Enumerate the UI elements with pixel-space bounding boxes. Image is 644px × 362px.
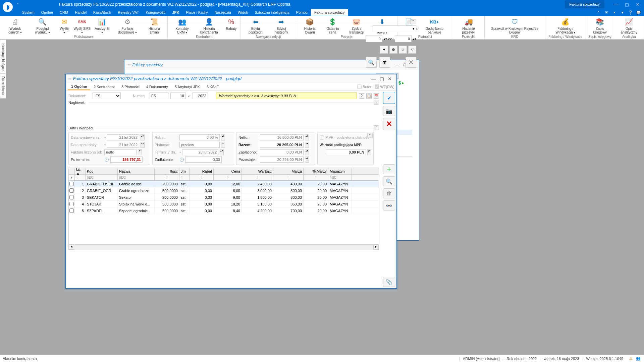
tab-ogolne[interactable]: 1 Ogólne (68, 83, 90, 90)
ribbon-sprawdz-krd[interactable]: 🛡Sprawdź w Krajowym Rejestrze Długów (487, 17, 543, 35)
close-button[interactable]: ✕ (633, 1, 643, 8)
back-input-from[interactable] (366, 36, 382, 42)
chat-icon[interactable]: 💬 (636, 10, 641, 15)
filter-2-button[interactable]: ⚙ (389, 46, 397, 54)
faktura-liczona[interactable]: netto (104, 149, 137, 155)
collapse-ribbon-icon[interactable]: ^ (596, 10, 601, 15)
menu-jpk[interactable]: JPK (169, 9, 182, 16)
status-icon-1[interactable]: ⚠ (628, 356, 634, 362)
ribbon-wyslij-sms[interactable]: SMSWyślij SMS ▾ (72, 17, 93, 35)
daty-collapse[interactable]: ⌃ (374, 125, 379, 130)
save-button[interactable]: ✔ (383, 92, 395, 104)
status-icon-2[interactable]: 👥 (635, 356, 641, 362)
tab-platnosci[interactable]: 3 Płatności (118, 84, 143, 90)
ribbon-nadanie[interactable]: 🚚Nadanie przesyłki (455, 17, 482, 35)
back-search-button[interactable]: 🔍 (366, 57, 377, 68)
col-rabat[interactable]: Rabat (190, 168, 214, 174)
col-nazwa[interactable]: Nazwa (118, 168, 155, 174)
data-wystawienia[interactable]: 21 lut 2022 (107, 134, 139, 140)
calendar-icon[interactable]: 📅 (374, 93, 379, 99)
menu-faktura[interactable]: Faktura sprzedaży (311, 9, 348, 16)
note-icon[interactable]: ▪ (612, 10, 617, 15)
numer-seria[interactable] (150, 93, 168, 99)
ribbon-podglad[interactable]: 🔍Podgląd wydruku ▾ (28, 17, 57, 35)
tab-kontrahent[interactable]: 2 Kontrahent (90, 84, 118, 90)
menu-place[interactable]: Płace i Kadry (183, 9, 211, 16)
table-row[interactable]: 3SEKATORSekator200,0000szt0,009,001 800,… (69, 194, 379, 201)
row-check[interactable] (69, 188, 74, 193)
back-input-to[interactable] (395, 36, 412, 42)
table-row[interactable]: 4STOJAKStojak na worki o...500,0000szt0,… (69, 201, 379, 207)
front-maximize-button[interactable]: ▢ (378, 76, 386, 81)
tab-atrybuty[interactable]: 5 Atrybuty/ JPK (171, 84, 203, 90)
termin[interactable]: 28 lut 2022 (182, 149, 218, 155)
faktoring-icon[interactable]: 💲▸ (397, 81, 404, 85)
col-ilosc[interactable]: Ilość (155, 168, 179, 174)
row-check[interactable] (69, 182, 74, 186)
tab-dokumenty[interactable]: 4 Dokumenty (143, 84, 171, 90)
wzrw-checkbox[interactable]: WZ(RW) (375, 84, 394, 89)
menu-system[interactable]: System (19, 9, 38, 16)
help-icon[interactable]: ❔ (628, 10, 633, 15)
numer-rok[interactable] (193, 93, 208, 99)
bufor-checkbox[interactable]: Bufor (357, 84, 371, 89)
filter-4-button[interactable]: ▽ (408, 46, 416, 54)
table-row[interactable]: 1GRABIE_LIŚCIEGrabie do liści200,0000szt… (69, 181, 379, 187)
menu-handel[interactable]: Handel (71, 9, 90, 16)
help-icon[interactable]: ? (359, 93, 364, 99)
scroll-left[interactable]: ◄ (69, 245, 74, 250)
back-cancel-button[interactable]: ✕ (406, 57, 416, 68)
col-magazyn[interactable]: Magazyn (328, 168, 352, 174)
filter-1-button[interactable]: ▼ (380, 46, 388, 54)
rabat[interactable]: 0,00 % (179, 134, 220, 140)
menu-ogolne[interactable]: Ogólne (38, 9, 56, 16)
ribbon-wydruk[interactable]: 🖨Wydruk danych ▾ (2, 17, 28, 35)
ribbon-wyslij[interactable]: ✉Wyślij ▾ (57, 17, 72, 35)
copy-icon[interactable]: 📋 (366, 93, 372, 99)
back-collapse-button[interactable]: ⌃ (410, 19, 416, 24)
menu-narzedzia[interactable]: Narzędzia (211, 9, 234, 16)
menu-kasa[interactable]: Kasa/Bank (90, 9, 114, 16)
context-tab-faktura[interactable]: Faktura sprzedaży (565, 0, 604, 8)
filter-3-button[interactable]: ▽ (399, 46, 407, 54)
menu-sztuczna[interactable]: Sztuczna inteligencja (251, 9, 292, 16)
menu-crm[interactable]: CRM (56, 9, 71, 16)
table-row[interactable]: 5SZPADELSzpadel ogrodnic...500,0000szt0,… (69, 207, 379, 214)
mpp-checkbox[interactable] (320, 135, 324, 140)
delete-row-button[interactable]: 🗑 (383, 188, 395, 198)
back-combo[interactable]: ▾ (373, 25, 416, 32)
maximize-button[interactable]: ▢ (622, 1, 632, 8)
mail-icon[interactable]: ✉ (604, 10, 609, 15)
ribbon-dodaj-konto[interactable]: KB+Dodaj konto bankowe (418, 17, 450, 35)
ribbon-zapis[interactable]: 📚Zapis księgowy (588, 17, 612, 35)
side-tab-informacje[interactable]: Informacje bieżące (0, 40, 6, 74)
col-jm[interactable]: Jm (179, 168, 190, 174)
menu-ksiegowosc[interactable]: Księgowość (142, 9, 169, 16)
menu-widok[interactable]: Widok (234, 9, 252, 16)
table-row[interactable]: 2GRABIE_OGRGrabie ogrodnicze500,0000szt0… (69, 187, 379, 194)
scroll-right[interactable]: ► (373, 245, 379, 250)
data-sprzedazy[interactable]: 21 lut 2022 (107, 142, 139, 148)
ribbon-analizy[interactable]: 📊Analizy BI ▾ (93, 17, 112, 35)
quick-access-dropdown[interactable]: ⁼ (17, 2, 19, 7)
cancel-button[interactable]: ✕ (383, 118, 395, 130)
tab-ksef[interactable]: 6 KSeF (203, 84, 222, 90)
numer-nr[interactable] (170, 93, 186, 99)
col-pmarzy[interactable]: % Marży (304, 168, 328, 174)
mpp-collapse[interactable]: ⌃ (367, 133, 373, 138)
back-delete-button[interactable]: 🗑 (379, 57, 390, 68)
col-lp[interactable]: Lp. ▲ (75, 168, 86, 174)
scanner-button[interactable]: 📷 (383, 106, 395, 116)
front-minimize-button[interactable]: — (370, 76, 378, 81)
col-cena[interactable]: Cena (214, 168, 242, 174)
col-kod[interactable]: Kod (86, 168, 118, 174)
col-wartosc[interactable]: Wartość (242, 168, 273, 174)
menu-rejestry[interactable]: Rejestry VAT (114, 9, 142, 16)
dokument-select[interactable]: FS (93, 93, 121, 99)
col-marza[interactable]: Marża (273, 168, 304, 174)
ribbon-faktoring[interactable]: 💰Faktoring / Windykacja ▾ (547, 17, 584, 35)
ribbon-opis[interactable]: 📈Opis analityczny (616, 17, 642, 35)
add-row-button[interactable]: + (383, 164, 395, 174)
minimize-button[interactable]: — (611, 1, 621, 8)
search-row-button[interactable]: 🔍 (383, 176, 395, 186)
